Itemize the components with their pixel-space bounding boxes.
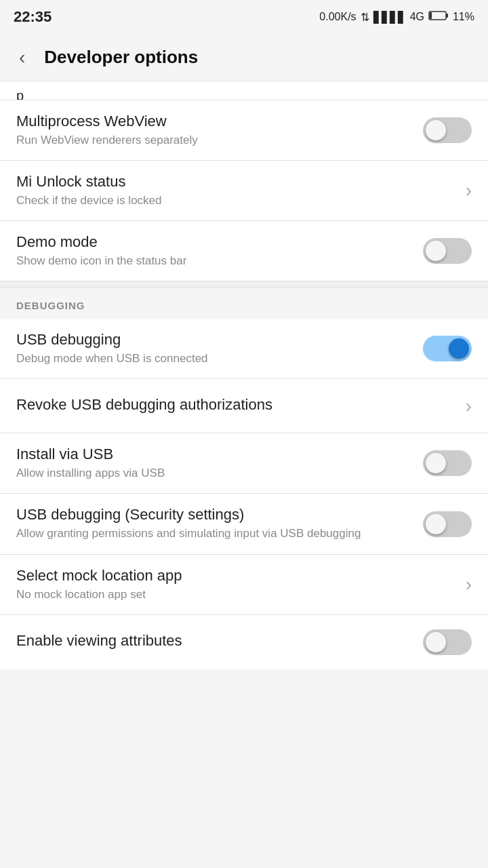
toggle-thumb xyxy=(426,453,446,473)
list-item[interactable]: Enable viewing attributes xyxy=(0,615,488,669)
enable-viewing-attrs-toggle[interactable] xyxy=(423,629,472,655)
revoke-usb-title: Revoke USB debugging authorizations xyxy=(16,396,455,414)
debugging-section-header: DEBUGGING xyxy=(0,288,488,319)
demo-mode-toggle[interactable] xyxy=(423,238,472,264)
install-via-usb-toggle[interactable] xyxy=(423,450,472,476)
list-item[interactable]: USB debugging (Security settings) Allow … xyxy=(0,494,488,554)
demo-mode-title: Demo mode xyxy=(16,233,412,251)
chevron-right-icon: › xyxy=(466,574,472,595)
status-time: 22:35 xyxy=(14,8,52,26)
chevron-right-icon: › xyxy=(466,180,472,201)
list-item[interactable]: Multiprocess WebView Run WebView rendere… xyxy=(0,100,488,161)
page-title: Developer options xyxy=(44,47,198,68)
status-bar: 22:35 0.00K/s ⇅ ▋▋▋▋ 4G 11% xyxy=(0,0,488,34)
mi-unlock-title: Mi Unlock status xyxy=(16,173,455,191)
usb-debugging-toggle[interactable] xyxy=(423,336,472,361)
list-item[interactable]: Install via USB Allow installing apps vi… xyxy=(0,433,488,494)
transfer-icon: ⇅ xyxy=(361,11,369,24)
install-via-usb-subtitle: Allow installing apps via USB xyxy=(16,466,412,481)
multiprocess-webview-toggle[interactable] xyxy=(423,117,472,143)
mock-location-title: Select mock location app xyxy=(16,567,455,585)
debugging-section: USB debugging Debug mode when USB is con… xyxy=(0,319,488,669)
enable-viewing-attrs-title: Enable viewing attributes xyxy=(16,632,412,650)
network-type: 4G xyxy=(410,11,424,23)
usb-debugging-security-toggle[interactable] xyxy=(423,511,472,537)
toggle-thumb xyxy=(426,120,446,140)
usb-debugging-security-subtitle: Allow granting permissions and simulatin… xyxy=(16,526,412,541)
mi-unlock-subtitle: Check if the device is locked xyxy=(16,193,455,208)
usb-debugging-title: USB debugging xyxy=(16,331,412,349)
status-icons: 0.00K/s ⇅ ▋▋▋▋ 4G 11% xyxy=(319,10,474,24)
toggle-thumb xyxy=(426,514,446,534)
svg-rect-2 xyxy=(430,12,432,19)
app-bar: ‹ Developer options xyxy=(0,34,488,81)
list-item[interactable]: Demo mode Show demo icon in the status b… xyxy=(0,221,488,281)
toggle-thumb xyxy=(426,241,446,261)
battery-icon xyxy=(428,10,449,24)
usb-debugging-security-title: USB debugging (Security settings) xyxy=(16,506,412,524)
multiprocess-webview-title: Multiprocess WebView xyxy=(16,113,412,130)
demo-mode-subtitle: Show demo icon in the status bar xyxy=(16,254,412,269)
debugging-header-text: DEBUGGING xyxy=(16,300,85,311)
chevron-right-icon: › xyxy=(466,395,472,417)
mock-location-subtitle: No mock location app set xyxy=(16,587,455,602)
multiprocess-webview-subtitle: Run WebView renderers separately xyxy=(16,133,412,148)
install-via-usb-title: Install via USB xyxy=(16,446,412,463)
section-divider xyxy=(0,281,488,288)
usb-debugging-subtitle: Debug mode when USB is connected xyxy=(16,351,412,366)
back-button[interactable]: ‹ xyxy=(14,41,30,74)
partial-item: p xyxy=(0,81,488,100)
list-item[interactable]: USB debugging Debug mode when USB is con… xyxy=(0,319,488,379)
toggle-thumb xyxy=(449,338,469,359)
list-item[interactable]: Mi Unlock status Check if the device is … xyxy=(0,161,488,221)
toggle-thumb xyxy=(426,632,446,652)
list-item[interactable]: Select mock location app No mock locatio… xyxy=(0,555,488,615)
svg-rect-1 xyxy=(446,14,448,18)
signal-icon: ▋▋▋▋ xyxy=(373,11,406,24)
battery-percent: 11% xyxy=(453,11,474,23)
general-section: Multiprocess WebView Run WebView rendere… xyxy=(0,100,488,281)
list-item[interactable]: Revoke USB debugging authorizations › xyxy=(0,379,488,433)
network-speed: 0.00K/s xyxy=(319,11,356,23)
partial-item-text: p xyxy=(16,88,24,100)
